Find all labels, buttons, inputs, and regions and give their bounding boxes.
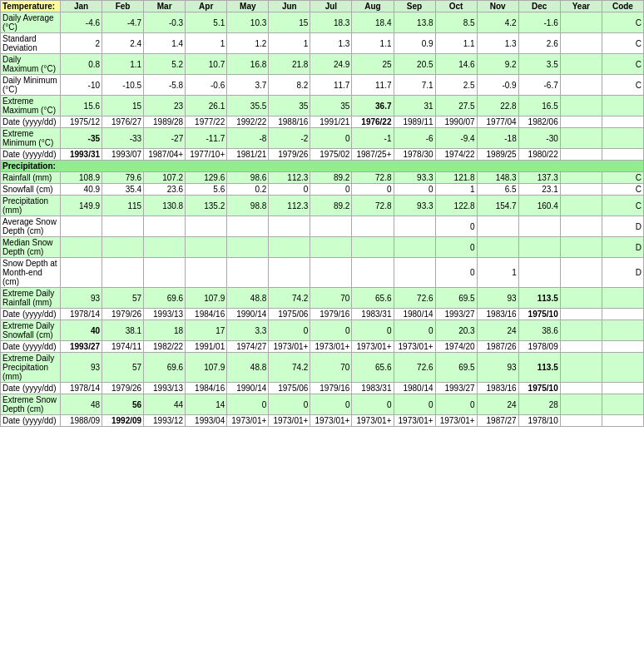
cell-value <box>144 258 186 288</box>
table-row: Daily Average (°C)-4.6-4.7-0.35.110.3151… <box>1 12 644 33</box>
cell-value: 18.3 <box>310 12 352 33</box>
cell-value: 14.6 <box>435 54 477 75</box>
row-label: Extreme Daily Snowfall (cm) <box>1 320 61 341</box>
cell-value: 65.6 <box>352 288 394 309</box>
cell-value: 1975/10 <box>518 309 560 320</box>
cell-value: -0.6 <box>186 75 227 96</box>
cell-value: -30 <box>518 128 560 149</box>
cell-value <box>602 320 643 341</box>
col-header-aug: Aug <box>352 1 394 12</box>
cell-value <box>602 128 643 149</box>
cell-value: 115 <box>102 196 144 216</box>
cell-value: 1982/22 <box>144 341 186 353</box>
cell-value <box>602 149 643 161</box>
cell-value: 98.6 <box>227 172 269 184</box>
cell-value <box>602 288 643 309</box>
cell-value: C <box>602 12 643 33</box>
cell-value <box>518 216 560 237</box>
cell-value: -0.9 <box>477 75 518 96</box>
table-row: Extreme Daily Snowfall (cm)4038.118173.3… <box>1 320 644 341</box>
row-label: Standard Deviation <box>1 33 61 54</box>
cell-value: 79.6 <box>102 172 144 184</box>
cell-value <box>560 415 602 427</box>
cell-value: 1991/01 <box>186 341 227 353</box>
cell-value: 57 <box>102 288 144 309</box>
cell-value: 72.6 <box>394 288 435 309</box>
cell-value <box>186 237 227 258</box>
cell-value <box>560 184 602 196</box>
cell-value: -35 <box>61 128 102 149</box>
cell-value: 0 <box>352 320 394 341</box>
cell-value <box>560 33 602 54</box>
cell-value: 1993/31 <box>61 149 102 161</box>
cell-value <box>310 237 352 258</box>
cell-value: 1 <box>435 184 477 196</box>
cell-value <box>560 96 602 116</box>
cell-value <box>560 320 602 341</box>
cell-value <box>602 341 643 353</box>
cell-value: 108.9 <box>61 172 102 184</box>
cell-value: 69.5 <box>435 353 477 383</box>
cell-value <box>61 216 102 237</box>
cell-value <box>102 258 144 288</box>
cell-value: 16.5 <box>518 96 560 116</box>
cell-value: 3.3 <box>227 320 269 341</box>
cell-value: 1983/16 <box>477 383 518 394</box>
row-label: Daily Minimum (°C) <box>1 75 61 96</box>
row-label: Precipitation (mm) <box>1 196 61 216</box>
cell-value <box>560 341 602 353</box>
cell-value: 93 <box>477 288 518 309</box>
cell-value: 5.1 <box>186 12 227 33</box>
cell-value: 18.4 <box>352 12 394 33</box>
cell-value <box>394 237 435 258</box>
cell-value: 20.3 <box>435 320 477 341</box>
cell-value <box>310 258 352 288</box>
cell-value: 148.3 <box>477 172 518 184</box>
col-header-jan: Jan <box>61 1 102 12</box>
cell-value: 1982/06 <box>518 116 560 128</box>
row-label: Daily Maximum (°C) <box>1 54 61 75</box>
col-header-apr: Apr <box>186 1 227 12</box>
cell-value: 1980/14 <box>394 383 435 394</box>
cell-value <box>186 258 227 288</box>
cell-value: 122.8 <box>435 196 477 216</box>
cell-value: 23 <box>144 96 186 116</box>
cell-value: 129.6 <box>186 172 227 184</box>
cell-value: 57 <box>102 353 144 383</box>
cell-value: 6.5 <box>477 184 518 196</box>
cell-value: 36.7 <box>352 96 394 116</box>
row-label: Date (yyyy/dd) <box>1 341 61 353</box>
cell-value: 1973/01+ <box>310 415 352 427</box>
cell-value: -1 <box>352 128 394 149</box>
cell-value: 1979/16 <box>310 383 352 394</box>
cell-value: 0 <box>394 394 435 415</box>
cell-value <box>602 394 643 415</box>
cell-value: 1980/14 <box>394 309 435 320</box>
table-row: Precipitation (mm)149.9115130.8135.298.8… <box>1 196 644 216</box>
cell-value: 1973/01+ <box>269 341 310 353</box>
cell-value: 107.9 <box>186 288 227 309</box>
table-row: Extreme Daily Rainfall (mm)935769.6107.9… <box>1 288 644 309</box>
col-header-jul: Jul <box>310 1 352 12</box>
cell-value: 70 <box>310 353 352 383</box>
cell-value: 1975/10 <box>518 383 560 394</box>
cell-value: 0 <box>435 237 477 258</box>
cell-value: 112.3 <box>269 196 310 216</box>
cell-value: 35 <box>310 96 352 116</box>
table-row: Average Snow Depth (cm)0D <box>1 216 644 237</box>
cell-value: 1990/07 <box>435 116 477 128</box>
cell-value: 48 <box>61 394 102 415</box>
row-label: Date (yyyy/dd) <box>1 383 61 394</box>
cell-value: 1993/12 <box>144 415 186 427</box>
table-row: Rainfall (mm)108.979.6107.2129.698.6112.… <box>1 172 644 184</box>
cell-value: 1973/01+ <box>435 415 477 427</box>
cell-value <box>560 237 602 258</box>
cell-value: C <box>602 75 643 96</box>
cell-value: 1974/11 <box>102 341 144 353</box>
cell-value: -9.4 <box>435 128 477 149</box>
cell-value <box>186 216 227 237</box>
cell-value: 1 <box>269 33 310 54</box>
cell-value: 0 <box>352 184 394 196</box>
cell-value <box>560 12 602 33</box>
cell-value: 1990/14 <box>227 383 269 394</box>
